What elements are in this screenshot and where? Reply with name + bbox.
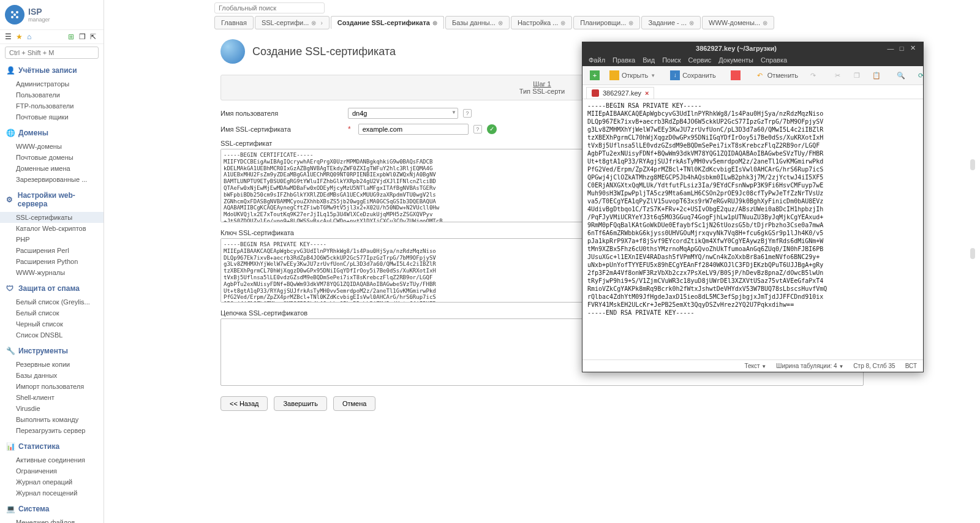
menu-Сервис[interactable]: Сервис bbox=[688, 56, 712, 64]
menu-item[interactable]: Базы данных bbox=[0, 370, 104, 381]
menu-item[interactable]: Журнал операций bbox=[0, 476, 104, 487]
menu-Поиск[interactable]: Поиск bbox=[662, 56, 680, 64]
menu-group-5[interactable]: 📊Статистика bbox=[0, 438, 104, 454]
tab-bar: ГлавнаяSSL-сертифи...⊗›Создание SSL-серт… bbox=[104, 16, 980, 29]
star-icon[interactable]: ★ bbox=[16, 32, 24, 41]
menu-item[interactable]: Резервные копии bbox=[0, 359, 104, 370]
new-file-button[interactable]: + bbox=[587, 69, 602, 81]
list-icon[interactable]: ☰ bbox=[5, 32, 13, 41]
scrollbar-thumb[interactable] bbox=[970, 159, 975, 170]
minimize-icon[interactable]: — bbox=[885, 45, 896, 52]
close-icon[interactable]: ⊗ bbox=[560, 20, 565, 26]
menu-item[interactable]: Зарезервированные ... bbox=[0, 174, 104, 185]
copy-icon[interactable]: ❐ bbox=[79, 32, 88, 41]
menu-item[interactable]: Shell-клиент bbox=[0, 392, 104, 403]
close-tab-icon[interactable]: × bbox=[645, 89, 649, 97]
collapse-icon[interactable]: ⇱ bbox=[90, 32, 99, 41]
menu-Правка[interactable]: Правка bbox=[612, 56, 635, 64]
menu-item[interactable]: Доменные имена bbox=[0, 163, 104, 174]
global-search-input[interactable] bbox=[214, 2, 325, 13]
editor-body[interactable]: -----BEGIN RSA PRIVATE KEY----- MIIEpAIB… bbox=[582, 99, 923, 359]
menu-item[interactable]: Активные соединения bbox=[0, 454, 104, 465]
menu-group-6[interactable]: 💻Система bbox=[0, 501, 104, 517]
menu-Файл[interactable]: Файл bbox=[589, 56, 605, 64]
menu-item[interactable]: Менеджер файлов bbox=[0, 517, 104, 523]
menu-item[interactable]: Почтовые домены bbox=[0, 152, 104, 163]
menu-group-3[interactable]: 🛡Защита от спама bbox=[0, 280, 104, 296]
tab-7[interactable]: WWW-домены...⊗ bbox=[702, 16, 774, 29]
cancel-button[interactable]: Отмена bbox=[333, 396, 375, 411]
search-button[interactable]: 🔍 bbox=[894, 69, 908, 81]
menu-item[interactable]: WWW-домены bbox=[0, 141, 104, 152]
editor-tab[interactable]: 3862927.key × bbox=[586, 87, 654, 99]
editor-titlebar[interactable]: 3862927.key (~/Загрузки) — □ ✕ bbox=[582, 42, 923, 54]
close-icon[interactable]: ⊗ bbox=[628, 20, 633, 26]
chevron-down-icon[interactable]: ▼ bbox=[451, 110, 456, 115]
paste-button[interactable]: 📋 bbox=[869, 69, 884, 81]
menu-item[interactable]: Белый список (Greylis... bbox=[0, 296, 104, 307]
menu-group-0[interactable]: 👤Учётные записи bbox=[0, 62, 104, 78]
maximize-icon[interactable]: □ bbox=[896, 45, 907, 52]
menu-item[interactable]: Белый список bbox=[0, 307, 104, 318]
step-link[interactable]: Шаг 1 bbox=[533, 80, 551, 88]
sidebar-search-input[interactable] bbox=[5, 47, 99, 59]
redo-button[interactable]: ↷ bbox=[805, 69, 820, 81]
user-input[interactable] bbox=[348, 108, 458, 119]
menu-Справка[interactable]: Справка bbox=[761, 56, 787, 64]
close-icon[interactable]: ✕ bbox=[907, 44, 918, 52]
menu-item[interactable]: Перезагрузить сервер bbox=[0, 425, 104, 436]
menu-Документы[interactable]: Документы bbox=[718, 56, 753, 64]
save-button[interactable]: ↓Сохранить bbox=[668, 69, 718, 81]
scrollbar-thumb[interactable] bbox=[970, 248, 975, 259]
close-icon[interactable]: ⊗ bbox=[689, 20, 694, 26]
copy-button[interactable]: ❐ bbox=[850, 69, 864, 81]
menu-Вид[interactable]: Вид bbox=[643, 56, 655, 64]
name-input[interactable] bbox=[358, 124, 469, 135]
print-button[interactable] bbox=[728, 69, 743, 81]
replace-button[interactable]: ⟳ bbox=[913, 69, 928, 81]
close-icon[interactable]: ⊗ bbox=[311, 20, 316, 26]
home-icon[interactable]: ⌂ bbox=[27, 32, 36, 41]
open-button[interactable]: Открыть▼ bbox=[607, 69, 658, 81]
back-button[interactable]: << Назад bbox=[221, 396, 268, 411]
menu-item[interactable]: Пользователи bbox=[0, 89, 104, 100]
menu-item[interactable]: Почтовые ящики bbox=[0, 111, 104, 122]
menu-item[interactable]: Каталог Web-скриптов bbox=[0, 223, 104, 234]
undo-button[interactable]: ↶Отменить bbox=[753, 69, 801, 81]
menu-item[interactable]: Выполнить команду bbox=[0, 414, 104, 425]
tab-1[interactable]: SSL-сертифи...⊗› bbox=[255, 16, 330, 29]
menu-item[interactable]: Список DNSBL bbox=[0, 329, 104, 341]
menu-item[interactable]: SSL-сертификаты bbox=[0, 212, 104, 223]
tab-6[interactable]: Задание - ...⊗ bbox=[641, 16, 701, 29]
menu-item[interactable]: Расширения Perl bbox=[0, 245, 104, 256]
status-mode[interactable]: Текст ▼ bbox=[744, 363, 766, 369]
tab-4[interactable]: Настройка ...⊗ bbox=[511, 16, 572, 29]
finish-button[interactable]: Завершить bbox=[274, 396, 326, 411]
menu-item[interactable]: Virusdie bbox=[0, 403, 104, 414]
menu-item[interactable]: Журнал посещений bbox=[0, 487, 104, 499]
status-tab-width[interactable]: Ширина табуляции: 4 ▼ bbox=[776, 363, 843, 369]
check-icon: ✓ bbox=[487, 124, 497, 134]
menu-item[interactable]: Черный список bbox=[0, 318, 104, 329]
close-icon[interactable]: ⊗ bbox=[498, 20, 503, 26]
close-icon[interactable]: ⊗ bbox=[432, 20, 437, 26]
menu-item[interactable]: Импорт пользователя bbox=[0, 381, 104, 392]
menu-item[interactable]: Ограничения bbox=[0, 465, 104, 476]
add-icon[interactable]: ⊞ bbox=[68, 32, 77, 41]
tab-5[interactable]: Планировщи...⊗ bbox=[573, 16, 640, 29]
menu-item[interactable]: FTP-пользователи bbox=[0, 100, 104, 111]
menu-item[interactable]: Администраторы bbox=[0, 78, 104, 89]
menu-item[interactable]: PHP bbox=[0, 234, 104, 245]
menu-item[interactable]: Расширения Python bbox=[0, 256, 104, 267]
tab-2[interactable]: Создание SSL-сертификата⊗ bbox=[331, 16, 444, 29]
cut-button[interactable]: ✂ bbox=[830, 69, 845, 81]
help-icon[interactable]: ? bbox=[473, 125, 482, 134]
tab-3[interactable]: Базы данны...⊗ bbox=[445, 16, 510, 29]
tab-0[interactable]: Главная bbox=[214, 16, 254, 29]
menu-group-1[interactable]: 🌐Домены bbox=[0, 125, 104, 141]
help-icon[interactable]: ? bbox=[463, 109, 472, 118]
menu-item[interactable]: WWW-журналы bbox=[0, 267, 104, 278]
menu-group-4[interactable]: 🔧Инструменты bbox=[0, 343, 104, 359]
close-icon[interactable]: ⊗ bbox=[763, 20, 767, 26]
menu-group-2[interactable]: ⚙Настройки web-сервера bbox=[0, 187, 104, 212]
